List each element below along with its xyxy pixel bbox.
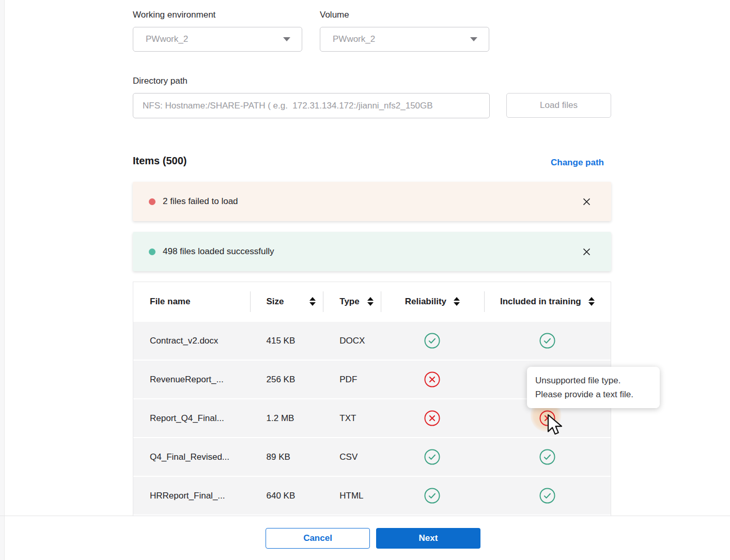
file-name-cell: RevenueReport_...: [133, 361, 250, 398]
close-icon[interactable]: [581, 246, 592, 257]
table-body: Contract_v2.docx415 KBDOCXRevenueReport_…: [133, 322, 611, 515]
type-cell: CSV: [323, 438, 381, 476]
column-header-included-in-training[interactable]: Included in training: [484, 282, 611, 321]
column-header-type[interactable]: Type: [323, 282, 381, 321]
footer-divider: [0, 516, 730, 516]
page-left-edge: [0, 0, 5, 560]
x-circle-icon[interactable]: [424, 371, 440, 387]
type-cell: PDF: [323, 361, 381, 398]
size-cell: 89 KB: [250, 438, 323, 476]
check-circle-icon[interactable]: [539, 333, 555, 349]
sort-icon: [588, 297, 595, 306]
items-title: Items (500): [133, 155, 187, 167]
cancel-button[interactable]: Cancel: [266, 528, 370, 549]
check-circle-icon[interactable]: [539, 449, 555, 465]
included-in-training-cell: [484, 477, 611, 515]
working-environment-label: Working environment: [133, 10, 215, 20]
directory-path-input[interactable]: [133, 93, 490, 118]
reliability-cell: [381, 438, 484, 476]
error-dot-icon: [149, 198, 156, 205]
file-name-cell: Contract_v2.docx: [133, 322, 250, 360]
directory-path-label: Directory path: [133, 76, 188, 86]
type-cell: DOCX: [323, 322, 381, 360]
alert-text: 2 files failed to load: [163, 196, 581, 207]
check-circle-icon[interactable]: [424, 488, 440, 504]
size-cell: 256 KB: [250, 361, 323, 398]
type-cell: TXT: [323, 399, 381, 437]
tooltip-line-2: Please provide a text file.: [535, 387, 651, 401]
check-circle-icon[interactable]: [424, 333, 440, 349]
reliability-cell: [381, 322, 484, 360]
size-cell: 1.2 MB: [250, 399, 323, 437]
tooltip: Unsupported file type. Please provide a …: [527, 367, 660, 408]
volume-select[interactable]: PWwork_2: [320, 27, 489, 52]
size-cell: 415 KB: [250, 322, 323, 360]
tooltip-line-1: Unsupported file type.: [535, 374, 651, 387]
check-circle-icon[interactable]: [539, 488, 555, 504]
size-cell: 640 KB: [250, 477, 323, 515]
column-header-reliability[interactable]: Reliability: [381, 282, 484, 321]
file-name-cell: Q4_Final_Revised...: [133, 438, 250, 476]
chevron-down-icon: [283, 37, 290, 41]
column-header-size[interactable]: Size: [250, 282, 323, 321]
volume-label: Volume: [320, 10, 349, 20]
alert-files-loaded: 498 files loaded successfully: [133, 232, 611, 271]
reliability-cell: [381, 361, 484, 398]
sort-icon: [367, 297, 374, 306]
load-files-button[interactable]: Load files: [506, 93, 611, 118]
included-in-training-cell: [484, 438, 611, 476]
sort-icon: [309, 297, 316, 306]
alert-text: 498 files loaded successfully: [163, 246, 581, 257]
reliability-cell: [381, 477, 484, 515]
table-header-row: File name Size Type Reliability Included…: [133, 282, 611, 321]
sort-icon: [454, 297, 460, 306]
volume-value: PWwork_2: [333, 34, 375, 44]
success-dot-icon: [149, 248, 156, 255]
working-environment-value: PWwork_2: [146, 34, 188, 44]
table-row: Contract_v2.docx415 KBDOCX: [133, 322, 611, 360]
check-circle-icon[interactable]: [424, 449, 440, 465]
x-circle-icon[interactable]: [539, 410, 555, 426]
working-environment-select[interactable]: PWwork_2: [133, 27, 302, 52]
file-name-cell: HRReport_Final_...: [133, 477, 250, 515]
table-row: Q4_Final_Revised...89 KBCSV: [133, 438, 611, 476]
chevron-down-icon: [470, 37, 477, 41]
included-in-training-cell: [484, 322, 611, 360]
change-path-link[interactable]: Change path: [551, 158, 604, 168]
table-row: HRReport_Final_...640 KBHTML: [133, 477, 611, 515]
file-name-cell: Report_Q4_Final...: [133, 399, 250, 437]
type-cell: HTML: [323, 477, 381, 515]
column-header-file-name: File name: [133, 282, 250, 321]
next-button[interactable]: Next: [376, 528, 480, 549]
x-circle-icon[interactable]: [424, 410, 440, 426]
alert-files-failed: 2 files failed to load: [133, 182, 611, 221]
reliability-cell: [381, 399, 484, 437]
close-icon[interactable]: [581, 196, 592, 207]
